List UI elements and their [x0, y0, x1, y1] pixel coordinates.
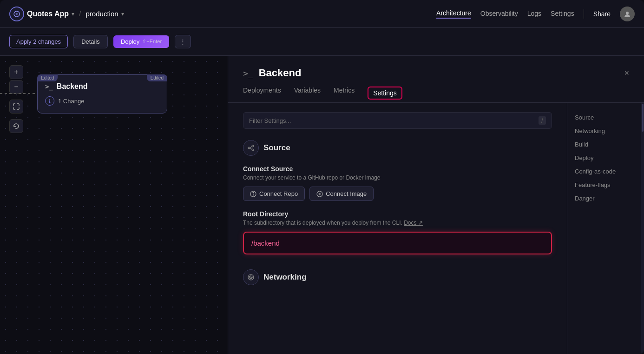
deploy-shortcut: ⇧+Enter	[142, 39, 162, 45]
panel-scrollbar[interactable]	[641, 103, 644, 354]
panel: >_ Backend × Deployments Variables Metri…	[228, 56, 644, 354]
networking-section-header: Networking	[243, 269, 552, 285]
change-count: 1 Change	[58, 98, 84, 105]
root-directory-input-wrap	[243, 232, 552, 254]
networking-section: Networking	[243, 269, 552, 285]
tab-metrics[interactable]: Metrics	[334, 87, 355, 102]
svg-point-8	[253, 192, 254, 193]
sidebar-nav-deploy[interactable]: Deploy	[575, 153, 634, 163]
topnav-left: Quotes App ▾ / production ▾	[9, 7, 124, 21]
topnav: Quotes App ▾ / production ▾ Architecture…	[0, 0, 644, 28]
panel-tabs: Deployments Variables Metrics Settings	[243, 87, 629, 102]
panel-header: >_ Backend × Deployments Variables Metri…	[228, 56, 644, 103]
connect-buttons: Connect Repo Connect Image	[243, 187, 552, 201]
sidebar-nav-feature-flags[interactable]: Feature-flags	[575, 180, 634, 190]
connect-repo-label: Connect Repo	[259, 190, 298, 197]
root-directory-group: Root Directory The subdirectory that is …	[243, 210, 552, 254]
deploy-button[interactable]: Deploy ⇧+Enter	[113, 35, 169, 48]
node-title: >_ Backend	[45, 82, 159, 91]
env-chevron-icon[interactable]: ▾	[121, 11, 124, 17]
panel-main: / Source	[228, 103, 567, 354]
tab-settings[interactable]: Settings	[368, 87, 402, 100]
root-directory-input[interactable]	[244, 233, 551, 254]
deploy-label: Deploy	[121, 38, 139, 45]
root-directory-desc: The subdirectory that is deployed when y…	[243, 220, 552, 226]
more-options-button[interactable]: ⋮	[175, 35, 191, 48]
root-directory-label: Root Directory	[243, 210, 552, 218]
svg-point-4	[252, 149, 254, 151]
filter-bar: /	[243, 112, 552, 129]
panel-scrollbar-thumb	[642, 104, 644, 132]
nav-logs[interactable]: Logs	[527, 10, 541, 18]
panel-title: Backend	[259, 67, 302, 79]
panel-title-row: >_ Backend ×	[243, 67, 629, 79]
sidebar-nav-networking[interactable]: Networking	[575, 126, 634, 136]
nav-divider	[584, 9, 584, 19]
change-icon: ℹ	[45, 96, 54, 106]
node-name: Backend	[57, 82, 88, 91]
zoom-out-button[interactable]: −	[9, 80, 23, 94]
tab-deployments[interactable]: Deployments	[243, 87, 281, 102]
backend-node[interactable]: Edited Edited >_ Backend ℹ 1 Change	[37, 74, 167, 114]
docs-link[interactable]: Docs ↗	[404, 220, 423, 226]
apply-changes-button[interactable]: Apply 2 changes	[9, 35, 68, 48]
undo-button[interactable]	[9, 119, 23, 133]
share-button[interactable]: Share	[593, 10, 611, 18]
filter-input[interactable]	[249, 117, 539, 124]
connect-source-label: Connect Source	[243, 165, 552, 173]
panel-close-button[interactable]: ×	[624, 68, 629, 78]
logo-icon	[9, 7, 24, 21]
zoom-in-button[interactable]: +	[9, 65, 23, 79]
app-chevron-icon[interactable]: ▾	[72, 11, 74, 17]
node-prompt-icon: >_	[45, 83, 53, 90]
connect-source-desc: Connect your service to a GitHub repo or…	[243, 174, 552, 181]
toolbar: Apply 2 changes Details Deploy ⇧+Enter ⋮	[0, 28, 644, 56]
app-name[interactable]: Quotes App	[27, 10, 69, 18]
root-dir-desc-text: The subdirectory that is deployed when y…	[243, 220, 402, 226]
panel-body: / Source	[228, 103, 644, 354]
canvas: + − Edited Edited >_ Ba	[0, 56, 228, 354]
networking-section-icon	[243, 269, 259, 285]
connector-arrow	[0, 93, 37, 94]
main-area: + − Edited Edited >_ Ba	[0, 56, 644, 354]
expand-button[interactable]	[9, 100, 23, 114]
svg-point-2	[248, 147, 250, 149]
networking-section-title: Networking	[263, 273, 307, 282]
avatar[interactable]	[620, 7, 635, 21]
source-section-title: Source	[263, 143, 290, 153]
source-section-icon	[243, 140, 259, 156]
source-section: Source Connect Source Connect your servi…	[243, 140, 552, 254]
connect-image-label: Connect Image	[326, 190, 367, 197]
svg-point-3	[252, 145, 254, 147]
panel-title-icon: >_	[243, 68, 253, 78]
connect-repo-button[interactable]: Connect Repo	[243, 187, 305, 201]
edited-badge-right: Edited	[147, 74, 167, 81]
sidebar-nav-build[interactable]: Build	[575, 139, 634, 150]
sidebar-nav-danger[interactable]: Danger	[575, 193, 634, 204]
nav-architecture[interactable]: Architecture	[436, 9, 471, 19]
sidebar-nav-source[interactable]: Source	[575, 112, 634, 123]
nav-settings[interactable]: Settings	[551, 10, 574, 18]
filter-slash-icon: /	[539, 116, 546, 125]
nav-observability[interactable]: Observability	[480, 10, 518, 18]
sidebar-nav-config-as-code[interactable]: Config-as-code	[575, 166, 634, 177]
source-section-header: Source	[243, 140, 552, 156]
canvas-controls: + −	[9, 65, 23, 133]
edited-badge-left: Edited	[37, 74, 58, 81]
connect-source-group: Connect Source Connect your service to a…	[243, 165, 552, 201]
connect-image-button[interactable]: Connect Image	[309, 187, 374, 201]
topnav-right: Architecture Observability Logs Settings…	[436, 7, 635, 21]
svg-line-5	[250, 147, 252, 148]
panel-sidebar: Source Networking Build Deploy Config-as…	[567, 103, 641, 354]
node-change-row: ℹ 1 Change	[45, 96, 159, 106]
svg-point-1	[626, 12, 629, 14]
details-button[interactable]: Details	[73, 35, 108, 48]
env-name[interactable]: production	[86, 10, 118, 18]
breadcrumb-slash: /	[79, 10, 81, 18]
svg-line-6	[250, 148, 252, 149]
tab-variables[interactable]: Variables	[294, 87, 321, 102]
